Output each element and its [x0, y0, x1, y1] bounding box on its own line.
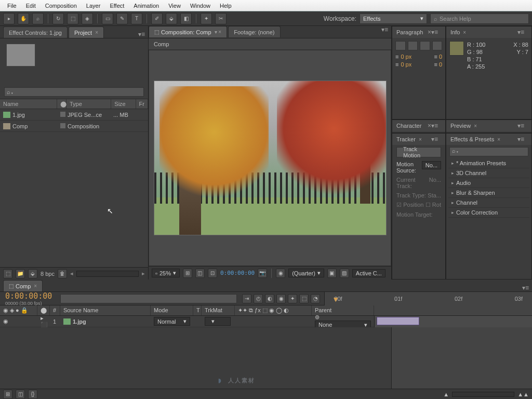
timeline-ruler[interactable]: 00f01f02f03f ▼ — [324, 292, 532, 305]
align-left-button[interactable] — [395, 41, 406, 50]
safe-zones-icon[interactable]: ◫ — [195, 269, 205, 278]
timeline-search-input[interactable] — [60, 294, 237, 303]
menu-window[interactable]: Window — [186, 2, 215, 10]
col-name[interactable]: Name — [0, 99, 57, 109]
menu-animation[interactable]: Animation — [129, 2, 163, 10]
search-help-input[interactable]: ⌕Search Help — [430, 14, 529, 24]
camera-tool[interactable]: ⬚ — [67, 13, 78, 24]
project-row[interactable]: 1.jpg JPEG Se...ce ... MB — [0, 109, 148, 121]
rect-tool[interactable]: ▭ — [102, 13, 113, 24]
menu-file[interactable]: File — [3, 2, 21, 10]
tab-composition-view[interactable]: ⬚Composition: Comp▾ × — [149, 26, 227, 37]
hand-tool[interactable]: ✋ — [18, 13, 29, 24]
panel-menu-icon[interactable]: ▾≡ — [522, 284, 529, 291]
preset-category[interactable]: Channel — [448, 198, 529, 208]
toggle-modes-icon[interactable]: ◫ — [16, 390, 25, 399]
pen-tool[interactable]: ✎ — [116, 13, 128, 24]
interpret-footage-icon[interactable]: ⬚ — [3, 269, 12, 278]
new-folder-icon[interactable]: 📁 — [16, 269, 25, 278]
brush-tool[interactable]: ✐ — [151, 13, 163, 24]
menu-composition[interactable]: Composition — [41, 2, 81, 10]
transparency-icon[interactable]: ▨ — [340, 269, 349, 278]
current-time[interactable]: 0:00:00:00 — [220, 270, 255, 276]
timeline-zoom-slider[interactable] — [452, 392, 514, 397]
menu-help[interactable]: Help — [216, 2, 236, 10]
trkmat-dropdown[interactable]: ▾ — [205, 317, 231, 326]
preset-category[interactable]: Color Correction — [448, 208, 529, 218]
resolution-icon[interactable]: ⊞ — [183, 269, 192, 278]
preview-panel[interactable]: Preview×▾≡ — [446, 119, 532, 133]
tl-autokey-icon[interactable]: ◔ — [311, 294, 320, 303]
tl-draft3d-icon[interactable]: ◴ — [254, 294, 263, 303]
menu-effect[interactable]: Effect — [105, 2, 128, 10]
resolution-dropdown[interactable]: (Quarter) ▾ — [288, 269, 324, 277]
col-fr[interactable]: Fr — [136, 99, 148, 109]
clone-tool[interactable]: ⬙ — [166, 13, 177, 24]
snapshot-icon[interactable]: 📷 — [258, 269, 267, 278]
preset-category[interactable]: * Animation Presets — [448, 158, 529, 168]
tab-effect-controls[interactable]: Effect Controls: 1.jpg — [3, 26, 68, 38]
channel-icon[interactable]: ◉ — [276, 269, 285, 278]
tab-project[interactable]: Project× — [69, 26, 104, 38]
roi-icon[interactable]: ▣ — [327, 269, 337, 278]
motion-source-dropdown[interactable]: No... — [422, 161, 441, 169]
menu-view[interactable]: View — [164, 2, 185, 10]
indent-right-value[interactable]: 0 px — [401, 61, 411, 68]
rotate-tool[interactable]: ↻ — [52, 13, 64, 24]
puppet-tool[interactable]: ✂ — [215, 13, 227, 24]
col-label[interactable]: ⬤ — [57, 99, 66, 109]
blend-mode-dropdown[interactable]: Normal ▾ — [154, 317, 190, 326]
align-right-button[interactable] — [420, 41, 430, 50]
type-tool[interactable]: T — [131, 13, 142, 24]
delete-icon[interactable]: 🗑 — [58, 269, 67, 278]
preset-category[interactable]: 3D Channel — [448, 168, 529, 178]
timeline-layer-row[interactable]: ◉ ▸ ⬛ 1 1.jpg Normal ▾ ▾ ⊚ None ▾ — [0, 316, 532, 327]
label-color-icon[interactable] — [60, 112, 65, 117]
panel-menu-icon[interactable]: ▾≡ — [138, 31, 145, 38]
zoom-tool[interactable]: ⌕ — [32, 13, 44, 24]
info-color-swatch — [449, 41, 464, 56]
toggle-inpoint-icon[interactable]: {} — [28, 390, 37, 399]
project-row[interactable]: Comp Composition — [0, 121, 148, 132]
timeline-tab-comp[interactable]: ⬚Comp× — [3, 280, 43, 291]
tl-frameblend-icon[interactable]: ◐ — [265, 294, 274, 303]
col-size[interactable]: Size — [111, 99, 136, 109]
preset-category[interactable]: Audio — [448, 178, 529, 188]
col-type[interactable]: Type — [66, 99, 111, 109]
justify-button[interactable] — [432, 41, 443, 50]
layer-duration-bar[interactable] — [377, 317, 419, 325]
new-comp-icon[interactable]: ⬙ — [28, 269, 37, 278]
preset-category[interactable]: Blur & Sharpen — [448, 188, 529, 198]
tl-brainstorm-icon[interactable]: ✦ — [288, 294, 297, 303]
bpc-toggle[interactable]: 8 bpc — [41, 271, 55, 277]
timeline-current-time[interactable]: 0:00:00:00 — [0, 291, 57, 301]
panel-menu-icon[interactable]: ▾≡ — [381, 26, 388, 38]
grid-icon[interactable]: ⊡ — [208, 269, 217, 278]
tab-footage-view[interactable]: Footage: (none) — [228, 26, 280, 37]
selection-tool[interactable]: ▸ — [3, 13, 15, 24]
pan-behind-tool[interactable]: ◈ — [82, 13, 93, 24]
workspace-dropdown[interactable]: Effects▾ — [360, 14, 427, 24]
effects-search-input[interactable]: ⌕▾ — [449, 147, 528, 156]
camera-view-dropdown[interactable]: Active C... — [352, 269, 385, 277]
eraser-tool[interactable]: ◧ — [180, 13, 192, 24]
menu-edit[interactable]: Edit — [22, 2, 40, 10]
zoom-slider-in-icon[interactable]: ▲▲ — [517, 391, 529, 397]
align-center-button[interactable] — [408, 41, 418, 50]
label-color-icon[interactable] — [60, 123, 65, 128]
character-panel[interactable]: Character×▾≡ — [392, 119, 446, 133]
tl-graph-icon[interactable]: ⬚ — [299, 294, 309, 303]
playhead-icon[interactable]: ▼ — [332, 295, 339, 303]
toggle-switches-icon[interactable]: ⊞ — [3, 390, 12, 399]
project-hscroll[interactable] — [76, 271, 139, 277]
tl-motionblur-icon[interactable]: ◉ — [276, 294, 286, 303]
zoom-dropdown[interactable]: ▫ 25% ▾ — [152, 269, 180, 277]
roto-tool[interactable]: ✦ — [201, 13, 212, 24]
track-motion-button[interactable]: Track Motion — [396, 147, 441, 157]
project-search-input[interactable]: ⌕▾ — [4, 87, 144, 97]
composition-viewport[interactable] — [149, 50, 391, 266]
zoom-slider-out-icon[interactable]: ▲ — [443, 391, 449, 397]
indent-left-value[interactable]: 0 px — [401, 54, 411, 60]
menu-layer[interactable]: Layer — [82, 2, 105, 10]
tl-shy-icon[interactable]: ⇥ — [242, 294, 251, 303]
